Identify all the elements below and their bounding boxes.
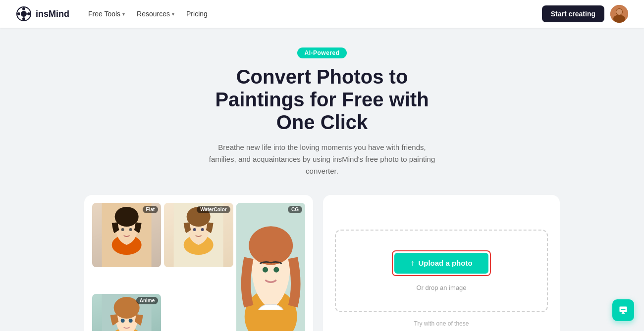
svg-point-33	[129, 319, 133, 323]
svg-point-20	[193, 228, 196, 231]
start-creating-button[interactable]: Start creating	[542, 5, 604, 22]
chat-icon	[618, 305, 629, 316]
svg-point-9	[616, 9, 622, 15]
svg-point-26	[263, 267, 268, 273]
sample-image-flat: Flat	[92, 203, 161, 267]
nav-resources-label: Resources	[137, 10, 170, 18]
sample-image-watercolor: WaterColor	[164, 203, 233, 267]
nav-right: Start creating	[542, 5, 628, 23]
cg-badge: CG	[288, 206, 302, 213]
avatar-icon	[610, 5, 628, 23]
nav-left: insMind Free Tools ▾ Resources ▾ Pricing	[16, 6, 213, 22]
svg-point-21	[201, 228, 204, 231]
navbar: insMind Free Tools ▾ Resources ▾ Pricing…	[0, 0, 644, 28]
panels-container: Flat WaterC	[84, 195, 560, 331]
nav-free-tools[interactable]: Free Tools ▾	[83, 7, 130, 21]
try-section: Try with one of these	[335, 320, 548, 331]
sample-image-cg: CG	[236, 203, 305, 331]
svg-point-4	[17, 12, 20, 15]
nav-resources[interactable]: Resources ▾	[132, 7, 179, 21]
nav-menu: Free Tools ▾ Resources ▾ Pricing	[83, 7, 213, 21]
upload-icon: ↑	[410, 259, 414, 268]
try-label: Try with one of these	[335, 320, 548, 327]
svg-point-2	[22, 7, 25, 10]
image-grid: Flat WaterC	[92, 203, 305, 331]
chevron-down-icon: ▾	[172, 11, 174, 17]
anime-badge: Anime	[136, 297, 159, 304]
avatar[interactable]	[610, 5, 628, 23]
svg-point-31	[114, 297, 140, 319]
svg-point-25	[249, 226, 293, 265]
logo-icon	[16, 6, 32, 22]
svg-rect-51	[621, 309, 625, 310]
upload-btn-label: Upload a photo	[418, 259, 472, 267]
nav-free-tools-label: Free Tools	[88, 10, 120, 18]
svg-point-5	[27, 12, 30, 15]
ai-badge: AI-Powered	[297, 47, 346, 58]
svg-point-14	[121, 228, 124, 231]
drop-text: Or drop an image	[416, 284, 466, 291]
upload-btn-outline: ↑ Upload a photo	[392, 250, 490, 276]
upload-photo-button[interactable]: ↑ Upload a photo	[394, 253, 488, 274]
chevron-down-icon: ▾	[122, 11, 125, 17]
hero-title: Convert Photos to Paintings for Free wit…	[193, 65, 451, 134]
right-panel: ↑ Upload a photo Or drop an image Try wi…	[323, 195, 560, 331]
hero-description: Breathe new life into the loving moments…	[208, 142, 436, 177]
main-content: AI-Powered Convert Photos to Paintings f…	[0, 28, 644, 331]
svg-point-8	[613, 15, 625, 23]
flat-badge: Flat	[143, 206, 159, 213]
cg-portrait	[236, 203, 305, 331]
svg-point-3	[22, 17, 25, 20]
left-panel: Flat WaterC	[84, 195, 313, 331]
nav-pricing[interactable]: Pricing	[181, 7, 213, 21]
svg-point-27	[273, 267, 279, 273]
watercolor-badge: WaterColor	[197, 206, 230, 213]
nav-pricing-label: Pricing	[186, 10, 208, 18]
chat-fab-button[interactable]	[612, 299, 634, 321]
svg-point-15	[129, 228, 132, 231]
sample-image-anime: Anime	[92, 294, 161, 331]
logo[interactable]: insMind	[16, 6, 69, 22]
svg-point-1	[21, 11, 27, 17]
logo-text: insMind	[36, 9, 69, 19]
hero-section: AI-Powered Convert Photos to Paintings f…	[193, 47, 451, 177]
upload-zone[interactable]: ↑ Upload a photo Or drop an image	[335, 230, 548, 312]
svg-point-13	[115, 207, 139, 227]
svg-point-32	[121, 319, 125, 323]
